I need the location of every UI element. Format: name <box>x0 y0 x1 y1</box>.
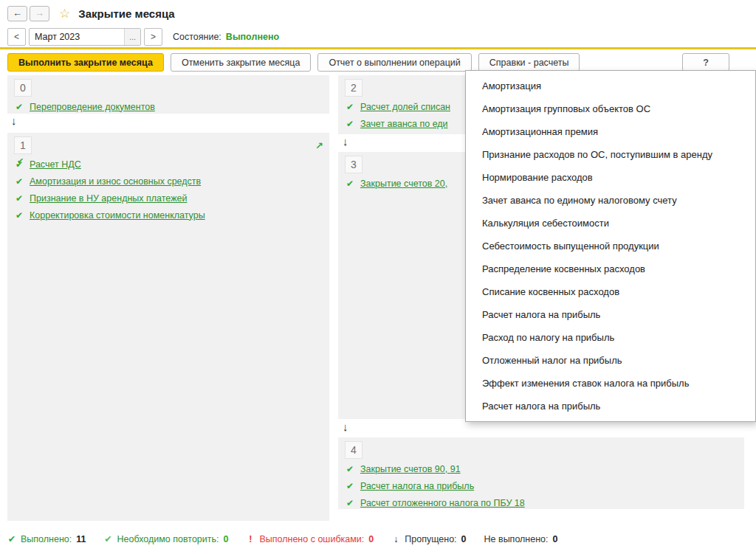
dropdown-menu-item[interactable]: Признание расходов по ОС, поступившим в … <box>466 143 755 166</box>
check-icon <box>14 176 24 187</box>
period-field: ... <box>29 28 141 46</box>
legend-item: Выполнено с ошибками: 0 <box>246 534 374 544</box>
dropdown-menu-item[interactable]: Распределение косвенных расходов <box>466 257 755 280</box>
yellow-separator <box>0 47 756 49</box>
legend-status-icon <box>391 534 400 544</box>
legend-value: 0 <box>553 534 558 544</box>
legend-label: Выполнено: <box>21 534 72 544</box>
legend-item: Не выполнено: 0 <box>484 534 558 544</box>
flow-down-arrow-icon: ↓ <box>11 114 17 127</box>
legend-status-icon <box>7 533 16 544</box>
legend-item: Выполнено: 11 <box>7 533 86 544</box>
operation-link[interactable]: Расчет долей списан <box>360 102 450 112</box>
operation-row: Расчет налога на прибыль <box>338 477 744 494</box>
cancel-closing-button[interactable]: Отменить закрытие месяца <box>171 53 312 72</box>
legend-value: 0 <box>224 534 229 544</box>
page-title: Закрытие месяца <box>78 7 174 20</box>
favorite-star-icon[interactable]: ☆ <box>59 6 70 21</box>
period-input[interactable] <box>30 29 124 45</box>
operation-link[interactable]: Зачет аванса по еди <box>360 119 448 129</box>
legend-label: Пропущено: <box>405 534 456 544</box>
period-picker-button[interactable]: ... <box>124 29 140 45</box>
state-label: Состояние: <box>173 32 221 42</box>
status-legend: Выполнено: 11 Необходимо повторить: 0 Вы… <box>7 533 558 544</box>
titlebar: ← → ☆ Закрытие месяца <box>7 4 175 22</box>
flow-down-arrow-icon: ↓ <box>343 135 348 148</box>
legend-label: Не выполнено: <box>484 534 549 544</box>
flow-down-arrow-icon: ↓ <box>343 420 348 433</box>
operation-link[interactable]: Расчет НДС <box>30 159 81 170</box>
state-value: Выполнено <box>226 32 279 42</box>
operation-link[interactable]: Закрытие счетов 20, <box>360 179 447 189</box>
legend-item: Необходимо повторить: 0 <box>103 533 228 544</box>
legend-item: Пропущено: 0 <box>391 534 466 544</box>
operation-row: Корректировка стоимости номенклатуры <box>7 207 329 224</box>
operation-row: Закрытие счетов 90, 91 <box>338 460 744 477</box>
operation-row: Признание в НУ арендных платежей <box>7 190 329 207</box>
references-calculations-button[interactable]: Справки - расчеты <box>478 53 580 72</box>
operation-link[interactable]: Закрытие счетов 90, 91 <box>360 464 461 474</box>
dropdown-menu-item[interactable]: Себестоимость выпущенной продукции <box>466 235 755 257</box>
stage-number-badge: 1 <box>14 136 32 154</box>
next-period-button[interactable]: > <box>144 28 162 46</box>
legend-label: Необходимо повторить: <box>117 534 219 544</box>
stage-group-1: 1 Расчет НДС Амортизация и износ основны… <box>7 133 329 521</box>
legend-status-icon <box>103 533 112 544</box>
dropdown-menu-item[interactable]: Эффект изменения ставок налога на прибыл… <box>466 372 755 395</box>
run-closing-button[interactable]: Выполнить закрытие месяца <box>7 53 164 72</box>
dropdown-menu-item[interactable]: Отложенный налог на прибыль <box>466 349 755 372</box>
stage-number-badge: 4 <box>345 441 362 459</box>
check-icon <box>14 159 24 170</box>
operation-link[interactable]: Перепроведение документов <box>30 102 155 112</box>
month-closing-window: ← → ☆ Закрытие месяца < ... > Состояние:… <box>0 0 756 554</box>
legend-status-icon <box>246 534 255 544</box>
check-icon <box>14 102 24 112</box>
jump-link-arrow-icon: ↗ <box>315 140 323 151</box>
dropdown-menu-item[interactable]: Калькуляция себестоимости <box>466 212 755 235</box>
references-dropdown-menu: Амортизация Амортизация групповых объект… <box>465 70 756 422</box>
dropdown-menu-item[interactable]: Списание косвенных расходов <box>466 280 755 303</box>
dropdown-menu-item[interactable]: Амортизация <box>466 75 755 97</box>
back-button[interactable]: ← <box>7 6 27 21</box>
stage-number-badge: 3 <box>345 156 362 173</box>
help-button[interactable]: ? <box>682 53 729 72</box>
legend-label: Выполнено с ошибками: <box>259 534 364 544</box>
dropdown-menu-item[interactable]: Амортизационная премия <box>466 120 755 143</box>
check-icon <box>345 481 355 491</box>
check-icon <box>345 179 355 189</box>
stage-group-4: 4 Закрытие счетов 90, 91 Расчет налога н… <box>338 437 744 509</box>
stage-group-0: 0 Перепроведение документов <box>7 75 329 114</box>
operation-link[interactable]: Корректировка стоимости номенклатуры <box>30 210 205 221</box>
period-bar: < ... > Состояние: Выполнено <box>7 28 279 46</box>
dropdown-menu-item[interactable]: Расход по налогу на прибыль <box>466 326 755 349</box>
check-icon <box>14 193 24 204</box>
legend-value: 0 <box>368 534 374 544</box>
prev-period-button[interactable]: < <box>7 28 26 46</box>
check-icon <box>345 102 355 112</box>
forward-button[interactable]: → <box>30 6 49 21</box>
operation-link[interactable]: Расчет налога на прибыль <box>360 481 474 491</box>
check-icon <box>345 464 355 474</box>
operation-row: Расчет отложенного налога по ПБУ 18 <box>338 494 744 511</box>
dropdown-menu-item[interactable]: Расчет налога на прибыль <box>466 395 755 418</box>
operations-report-button[interactable]: Отчет о выполнении операций <box>317 53 471 72</box>
check-icon <box>345 119 355 129</box>
dropdown-menu-item[interactable]: Расчет налога на прибыль <box>466 303 755 326</box>
legend-value: 11 <box>76 534 86 544</box>
stage-number-badge: 0 <box>14 79 32 97</box>
operation-link[interactable]: Амортизация и износ основных средств <box>30 176 201 187</box>
dropdown-menu-item[interactable]: Нормирование расходов <box>466 166 755 189</box>
dropdown-menu-item[interactable]: Зачет аванса по единому налоговому счету <box>466 189 755 212</box>
operation-row: Расчет НДС <box>7 156 329 173</box>
check-icon <box>14 210 24 221</box>
operation-row: Амортизация и износ основных средств <box>7 173 329 190</box>
operation-link[interactable]: Расчет отложенного налога по ПБУ 18 <box>360 498 525 508</box>
stage-number-badge: 2 <box>345 79 362 97</box>
legend-value: 0 <box>461 534 467 544</box>
operation-row: Перепроведение документов <box>7 98 329 115</box>
toolbar: Выполнить закрытие месяца Отменить закры… <box>7 53 729 72</box>
operation-link[interactable]: Признание в НУ арендных платежей <box>30 193 187 204</box>
dropdown-menu-item[interactable]: Амортизация групповых объектов ОС <box>466 97 755 120</box>
check-icon <box>345 498 355 508</box>
